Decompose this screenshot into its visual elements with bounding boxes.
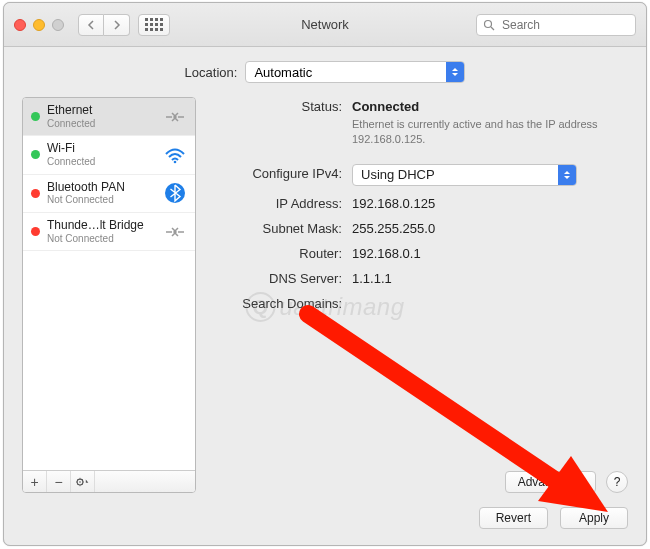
status-label: Status: bbox=[212, 97, 352, 148]
status-dot-icon bbox=[31, 150, 40, 159]
ip-address-value: 192.168.0.125 bbox=[352, 194, 628, 211]
interface-sidebar: Ethernet Connected bbox=[22, 97, 196, 493]
configure-ipv4-label: Configure IPv4: bbox=[212, 164, 352, 186]
advanced-button[interactable]: Advanced… bbox=[505, 471, 596, 493]
location-row: Location: Automatic bbox=[22, 61, 628, 83]
gear-icon bbox=[75, 476, 90, 488]
svg-point-0 bbox=[485, 20, 492, 27]
back-button[interactable] bbox=[78, 14, 104, 36]
sidebar-item-name: Ethernet bbox=[47, 104, 95, 118]
sidebar-footer: + − bbox=[23, 470, 195, 492]
nav-back-forward bbox=[78, 14, 130, 36]
sidebar-item-bluetooth-pan[interactable]: Bluetooth PAN Not Connected bbox=[23, 175, 195, 213]
actions-menu-button[interactable] bbox=[71, 471, 95, 492]
thunderbolt-bridge-icon bbox=[163, 220, 187, 244]
svg-point-2 bbox=[174, 161, 177, 164]
sidebar-item-name: Bluetooth PAN bbox=[47, 181, 125, 195]
location-select[interactable]: Automatic bbox=[245, 61, 465, 83]
ip-address-label: IP Address: bbox=[212, 194, 352, 211]
forward-button[interactable] bbox=[104, 14, 130, 36]
subnet-mask-value: 255.255.255.0 bbox=[352, 219, 628, 236]
show-all-button[interactable] bbox=[138, 14, 170, 36]
body: Location: Automatic Ethernet Co bbox=[4, 47, 646, 545]
sidebar-item-thunderbolt-bridge[interactable]: Thunde…lt Bridge Not Connected bbox=[23, 213, 195, 251]
location-value: Automatic bbox=[254, 65, 312, 80]
close-icon[interactable] bbox=[14, 19, 26, 31]
sidebar-wrap: Ethernet Connected bbox=[22, 97, 196, 493]
interface-list: Ethernet Connected bbox=[23, 98, 195, 470]
remove-interface-button[interactable]: − bbox=[47, 471, 71, 492]
sidebar-item-status: Connected bbox=[47, 118, 95, 130]
status-dot-icon bbox=[31, 112, 40, 121]
details-pane: Status: Connected Ethernet is currently … bbox=[212, 97, 628, 493]
search-icon bbox=[483, 19, 495, 31]
wifi-icon bbox=[163, 143, 187, 167]
dns-server-value: 1.1.1.1 bbox=[352, 269, 628, 286]
status-dot-icon bbox=[31, 227, 40, 236]
sidebar-item-wifi[interactable]: Wi-Fi Connected bbox=[23, 136, 195, 174]
zoom-icon[interactable] bbox=[52, 19, 64, 31]
configure-ipv4-select[interactable]: Using DHCP bbox=[352, 164, 577, 186]
router-value: 192.168.0.1 bbox=[352, 244, 628, 261]
main-row: Ethernet Connected bbox=[22, 97, 628, 493]
status-value: Connected bbox=[352, 99, 419, 114]
search-domains-label: Search Domains: bbox=[212, 294, 352, 311]
add-interface-button[interactable]: + bbox=[23, 471, 47, 492]
svg-point-5 bbox=[79, 481, 81, 483]
network-preferences-window: Network Location: Automatic bbox=[3, 2, 647, 546]
search-input[interactable] bbox=[500, 17, 629, 33]
traffic-lights bbox=[14, 19, 64, 31]
dns-server-label: DNS Server: bbox=[212, 269, 352, 286]
configure-ipv4-value: Using DHCP bbox=[361, 167, 435, 182]
search-domains-value bbox=[352, 294, 628, 311]
minimize-icon[interactable] bbox=[33, 19, 45, 31]
titlebar: Network bbox=[4, 3, 646, 47]
status-dot-icon bbox=[31, 189, 40, 198]
sidebar-item-ethernet[interactable]: Ethernet Connected bbox=[23, 98, 195, 136]
router-label: Router: bbox=[212, 244, 352, 261]
location-label: Location: bbox=[185, 65, 238, 80]
sidebar-item-name: Thunde…lt Bridge bbox=[47, 219, 144, 233]
sidebar-item-status: Not Connected bbox=[47, 233, 144, 245]
chevron-updown-icon bbox=[558, 165, 576, 185]
svg-line-1 bbox=[491, 27, 494, 30]
sidebar-item-status: Not Connected bbox=[47, 194, 125, 206]
sidebar-item-name: Wi-Fi bbox=[47, 142, 95, 156]
search-field[interactable] bbox=[476, 14, 636, 36]
revert-button[interactable]: Revert bbox=[479, 507, 548, 529]
chevron-updown-icon bbox=[446, 62, 464, 82]
footer-buttons: Revert Apply bbox=[22, 493, 628, 529]
status-description: Ethernet is currently active and has the… bbox=[352, 117, 612, 148]
bluetooth-icon bbox=[163, 181, 187, 205]
help-button[interactable]: ? bbox=[606, 471, 628, 493]
ethernet-icon bbox=[163, 105, 187, 129]
sidebar-item-status: Connected bbox=[47, 156, 95, 168]
apply-button[interactable]: Apply bbox=[560, 507, 628, 529]
subnet-mask-label: Subnet Mask: bbox=[212, 219, 352, 236]
